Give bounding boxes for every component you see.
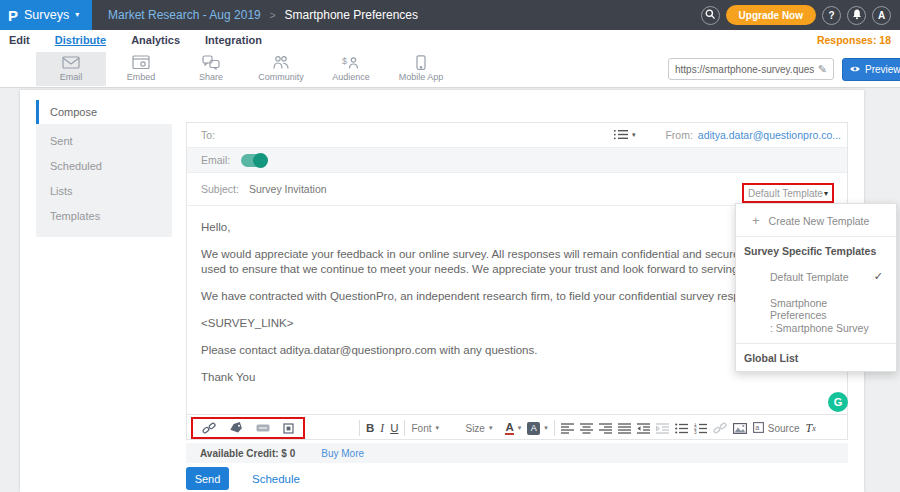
insert-link-icon[interactable] <box>202 422 216 434</box>
source-button[interactable]: a Source <box>753 422 800 435</box>
edit-url-pencil-icon[interactable]: ✎ <box>818 63 827 76</box>
upgrade-now-button[interactable]: Upgrade Now <box>726 5 816 25</box>
plus-icon: + <box>752 214 760 227</box>
surveys-menu[interactable]: P Surveys ▾ <box>0 0 92 30</box>
underline-button[interactable]: U <box>390 422 398 434</box>
chevron-down-icon: ▾ <box>632 131 636 139</box>
notifications-button[interactable] <box>847 6 866 25</box>
font-dropdown[interactable]: Font ▾ <box>411 423 459 434</box>
compose-sidebar: Compose Sent Scheduled Lists Templates <box>36 100 172 237</box>
list-icon <box>614 126 628 144</box>
default-template-option[interactable]: Default Template ✓ <box>736 264 896 290</box>
tab-edit[interactable]: Edit <box>9 34 30 46</box>
tab-integration[interactable]: Integration <box>205 34 262 46</box>
survey-url-field[interactable]: https://smartphone-survey.questionpro ✎ <box>668 58 834 80</box>
svg-text:a: a <box>755 424 759 431</box>
remove-format-button[interactable]: Tx <box>806 421 816 436</box>
smartphone-template-option-line2[interactable]: : Smartphone Survey <box>736 321 896 343</box>
size-dropdown[interactable]: Size ▾ <box>465 423 499 434</box>
schedule-link[interactable]: Schedule <box>252 473 300 485</box>
numbered-list-button[interactable]: 123 <box>694 423 707 434</box>
bg-color-button[interactable]: A ▾ <box>527 422 548 435</box>
hyperlink-button[interactable] <box>713 422 727 434</box>
email-envelope-icon <box>61 55 81 70</box>
preview-button[interactable]: Preview <box>842 58 900 81</box>
channel-tab-share[interactable]: Share <box>176 52 246 86</box>
grammarly-icon[interactable]: G <box>828 392 848 412</box>
subject-value[interactable]: Survey Invitation <box>249 183 327 195</box>
topbar: P Surveys ▾ Market Research - Aug 2019 >… <box>0 0 900 30</box>
email-merge-icon[interactable] <box>256 423 270 433</box>
avatar[interactable]: A <box>872 6 891 25</box>
subject-label: Subject: <box>201 183 239 195</box>
svg-text:$: $ <box>342 56 347 66</box>
svg-text:3: 3 <box>694 430 697 434</box>
sidebar-item-sent[interactable]: Sent <box>36 129 172 154</box>
channel-tab-embed[interactable]: Embed <box>106 52 176 86</box>
align-center-button[interactable] <box>580 423 593 434</box>
embed-window-icon <box>131 55 151 70</box>
questionpro-distribute-page: P Surveys ▾ Market Research - Aug 2019 >… <box>0 0 900 492</box>
sidebar-item-lists[interactable]: Lists <box>36 179 172 204</box>
template-dropdown-menu: + Create New Template Survey Specific Te… <box>735 203 897 372</box>
tab-distribute[interactable]: Distribute <box>55 34 106 46</box>
sidebar-item-compose[interactable]: Compose <box>36 100 172 124</box>
buy-more-link[interactable]: Buy More <box>321 448 364 459</box>
source-doc-icon: a <box>753 422 764 435</box>
breadcrumb: Market Research - Aug 2019 > Smartphone … <box>108 8 418 22</box>
survey-nav: Edit Distribute Analytics Integration Re… <box>0 30 900 50</box>
decrease-indent-button[interactable] <box>637 423 650 434</box>
distribute-channel-bar: Email Embed Share Community $ Audience <box>0 50 900 88</box>
toggle-knob <box>253 153 268 168</box>
select-list-button[interactable]: ▾ <box>614 126 636 144</box>
tag-icon[interactable] <box>229 422 243 434</box>
channel-tab-email[interactable]: Email <box>36 52 106 86</box>
help-button[interactable]: ? <box>822 6 841 25</box>
embed-frame-icon[interactable] <box>283 423 294 434</box>
bell-icon <box>852 9 862 22</box>
smartphone-template-option[interactable]: Smartphone Preferences <box>736 290 896 321</box>
image-button[interactable] <box>733 423 747 434</box>
breadcrumb-separator: > <box>270 10 276 21</box>
create-new-template-option[interactable]: + Create New Template <box>736 204 896 236</box>
chevron-down-icon: ▾ <box>518 424 522 432</box>
channel-tab-audience[interactable]: $ Audience <box>316 52 386 86</box>
increase-indent-button[interactable] <box>656 423 669 434</box>
search-button[interactable] <box>701 6 720 25</box>
italic-button[interactable]: I <box>380 422 384 434</box>
bullet-list-button[interactable] <box>675 423 688 434</box>
check-icon: ✓ <box>874 270 883 283</box>
tab-analytics[interactable]: Analytics <box>131 34 180 46</box>
credit-strip: Available Credit: $ 0 Buy More <box>186 443 848 463</box>
responses-count[interactable]: Responses: 18 <box>817 34 891 46</box>
surveys-menu-label: Surveys <box>24 8 69 22</box>
channel-tab-mobile-app[interactable]: Mobile App <box>386 52 456 86</box>
to-row: To: ▾ From: aditya.datar@questionpro.co.… <box>187 123 847 148</box>
sidebar-item-templates[interactable]: Templates <box>36 204 172 229</box>
email-label: Email: <box>201 154 230 166</box>
align-right-button[interactable] <box>599 423 612 434</box>
bold-button[interactable]: B <box>366 422 374 434</box>
to-label: To: <box>201 129 215 141</box>
align-justify-button[interactable] <box>618 423 631 434</box>
chevron-down-icon: ▾ <box>824 189 828 198</box>
community-people-icon <box>271 55 291 70</box>
align-left-button[interactable] <box>561 423 574 434</box>
eye-icon <box>849 64 861 75</box>
send-row: Send Schedule <box>186 467 300 490</box>
toolbar-divider <box>554 420 555 436</box>
breadcrumb-survey-link[interactable]: Market Research - Aug 2019 <box>108 8 261 22</box>
send-button[interactable]: Send <box>186 467 229 490</box>
global-list-header[interactable]: Global List <box>736 344 896 371</box>
chevron-down-icon: ▾ <box>489 424 493 432</box>
email-toggle-row: Email: <box>187 148 847 173</box>
questionpro-logo: P <box>8 7 18 24</box>
channel-tab-community[interactable]: Community <box>246 52 316 86</box>
from-email-value[interactable]: aditya.datar@questionpro.co... <box>698 129 841 141</box>
chevron-down-icon: ▾ <box>75 11 79 19</box>
share-bubbles-icon <box>201 55 221 70</box>
template-dropdown-button[interactable]: Default Template ▾ <box>742 183 834 203</box>
email-toggle[interactable] <box>241 154 267 167</box>
text-color-button[interactable]: A ▾ <box>505 422 521 435</box>
sidebar-item-scheduled[interactable]: Scheduled <box>36 154 172 179</box>
